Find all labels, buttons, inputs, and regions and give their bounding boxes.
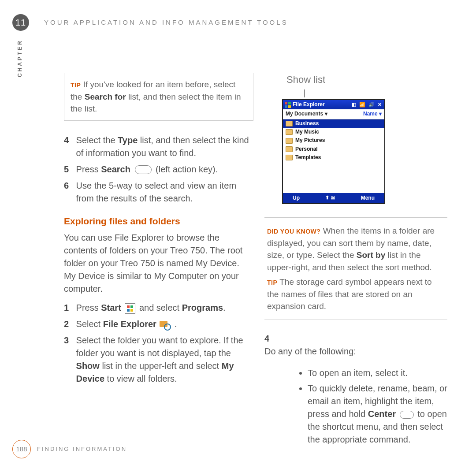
- s1-pre: Press: [76, 303, 101, 312]
- folder-name: Personal: [295, 145, 318, 153]
- step5-bold: Search: [101, 164, 130, 174]
- folder-icon: [286, 138, 293, 144]
- folder-icon: [286, 129, 293, 135]
- path-folder[interactable]: My Documents ▾: [286, 110, 327, 118]
- section-intro: You can use File Explorer to browse the …: [64, 231, 253, 295]
- softkey-menu[interactable]: Menu: [361, 194, 375, 202]
- s3-pre: Select the folder you want to explore. I…: [76, 335, 243, 358]
- folder-row[interactable]: Personal: [283, 145, 384, 153]
- show-list-label: Show list: [286, 73, 447, 87]
- page-number: 188: [12, 440, 31, 458]
- device-screenshot: File Explorer ◧ 📶 🔊 ✕ My Documents ▾ Nam…: [282, 99, 385, 204]
- section-heading: Exploring files and folders: [64, 215, 253, 228]
- folder-name: Business: [295, 120, 319, 127]
- fe-step-1: 1 Press Start and select Programs.: [64, 301, 253, 314]
- tip-label: TIP: [71, 82, 81, 89]
- file-explorer-icon: [160, 320, 171, 330]
- tip-label-2: TIP: [267, 279, 277, 286]
- folder-icon: [286, 155, 293, 160]
- s2-pre: Select: [76, 319, 103, 329]
- step6-text: Use the 5-way to select and view an item…: [76, 179, 250, 205]
- softkey-up[interactable]: Up: [293, 194, 300, 202]
- step4-bold: Type: [118, 135, 138, 145]
- device-softkeys: Up ⬆ 🖭 Menu: [283, 193, 384, 203]
- device-blank-area: [283, 162, 384, 193]
- tip2-text: The storage card symbol appears next to …: [267, 277, 432, 311]
- bullet-shortcut-menu: To quickly delete, rename, beam, or emai…: [308, 382, 447, 446]
- s1-tail: .: [223, 303, 226, 312]
- s2-tail: .: [172, 319, 177, 329]
- folder-name: My Music: [295, 128, 319, 136]
- tip-box-search: TIP If you've looked for an item before,…: [64, 73, 253, 121]
- softkey-mid-icons[interactable]: ⬆ 🖭: [325, 194, 335, 202]
- did-you-know-label: DID YOU KNOW?: [267, 228, 320, 235]
- step-5: 5 Press Search (left action key).: [64, 163, 253, 176]
- sort-by[interactable]: Name ▾: [363, 110, 382, 118]
- system-tray-icons: ◧ 📶 🔊 ✕: [352, 101, 383, 108]
- folder-name: Templates: [295, 154, 321, 161]
- s3-tail: to view all folders.: [104, 374, 177, 383]
- fe-step-2: 2 Select File Explorer .: [64, 318, 253, 331]
- folder-row[interactable]: My Pictures: [283, 136, 384, 145]
- page-header: YOUR APPLICATION AND INFO MANAGEMENT TOO…: [44, 18, 288, 27]
- footer: 188 FINDING INFORMATION: [12, 440, 127, 458]
- chapter-number-badge: 11: [12, 14, 29, 31]
- s1-bold2: Programs: [182, 303, 223, 312]
- b2-bold: Center: [368, 409, 396, 419]
- s2-bold: File Explorer: [103, 319, 156, 329]
- folder-row[interactable]: My Music: [283, 128, 384, 136]
- start-icon: [125, 303, 135, 314]
- windows-flag-icon: [285, 102, 291, 108]
- chapter-label: CHAPTER: [16, 39, 24, 77]
- info-box: DID YOU KNOW? When the items in a folder…: [264, 217, 447, 320]
- action-key-icon: [135, 165, 152, 174]
- s4-text: Do any of the following:: [264, 345, 439, 358]
- folder-row[interactable]: Templates: [283, 153, 384, 162]
- dyk-bold: Sort by: [357, 250, 385, 260]
- s3-bold1: Show: [76, 361, 100, 371]
- device-path-bar[interactable]: My Documents ▾ Name ▾: [283, 109, 384, 119]
- device-titlebar: File Explorer ◧ 📶 🔊 ✕: [283, 100, 384, 109]
- s3-mid: list in the upper-left and select: [100, 361, 222, 371]
- step-4: 4 Select the Type list, and then select …: [64, 134, 253, 160]
- folder-name: My Pictures: [295, 137, 325, 144]
- step5-tail: (left action key).: [153, 164, 218, 174]
- callout-line: [304, 89, 305, 97]
- bullet-open-item: To open an item, select it.: [308, 367, 447, 379]
- center-button-icon: [400, 411, 414, 419]
- footer-section: FINDING INFORMATION: [37, 445, 127, 454]
- step5-pre: Press: [76, 164, 101, 174]
- device-title: File Explorer: [293, 101, 325, 108]
- s1-bold1: Start: [101, 303, 121, 312]
- fe-step-3: 3 Select the folder you want to explore.…: [64, 334, 253, 385]
- folder-row-selected[interactable]: Business: [283, 119, 384, 128]
- folder-icon: [286, 121, 293, 126]
- step-6: 6 Use the 5-way to select and view an it…: [64, 179, 253, 205]
- s1-mid: and select: [137, 303, 182, 312]
- step4-pre: Select the: [76, 135, 118, 145]
- tip-bold: Search for: [85, 92, 126, 101]
- fe-step-4: 4 Do any of the following:: [264, 332, 447, 358]
- folder-icon: [286, 146, 293, 152]
